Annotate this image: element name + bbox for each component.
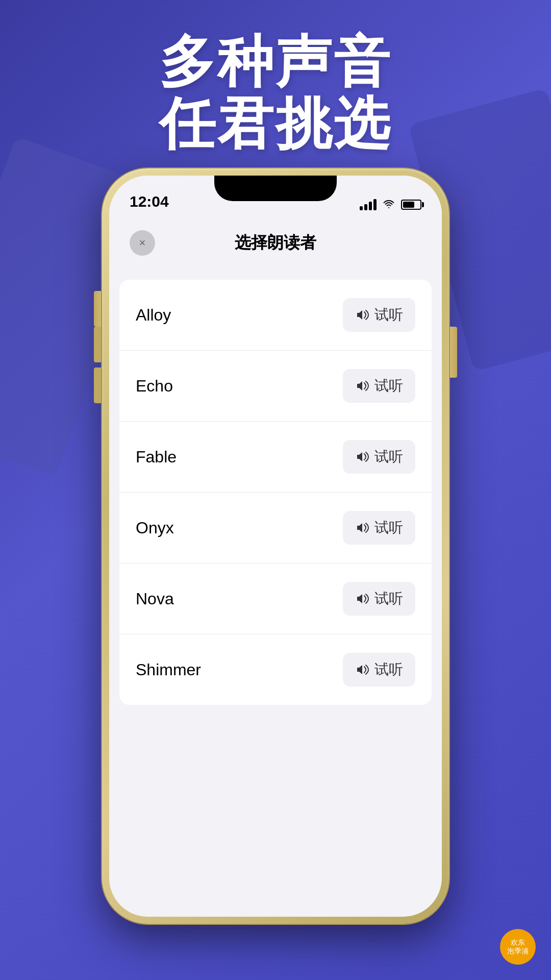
listen-button-onyx[interactable]: 试听 bbox=[343, 511, 415, 545]
voice-list: Alloy 试听 Echo 试听 Fable bbox=[119, 280, 432, 705]
title-section: 多种声音 任君挑选 bbox=[0, 31, 551, 154]
voice-name: Echo bbox=[136, 377, 173, 396]
modal-header: × 选择朗读者 bbox=[109, 216, 442, 264]
title-line2: 任君挑选 bbox=[0, 92, 551, 154]
voice-name: Fable bbox=[136, 448, 177, 467]
status-icons bbox=[360, 199, 421, 210]
speaker-icon bbox=[355, 522, 369, 534]
voice-name: Nova bbox=[136, 590, 174, 608]
speaker-icon bbox=[355, 380, 369, 392]
modal-title: 选择朗读者 bbox=[235, 232, 316, 254]
speaker-icon bbox=[355, 309, 369, 321]
close-button[interactable]: × bbox=[130, 230, 155, 256]
voice-item: Alloy 试听 bbox=[119, 280, 432, 351]
speaker-icon bbox=[355, 451, 369, 463]
voice-name: Shimmer bbox=[136, 660, 201, 679]
voice-item: Echo 试听 bbox=[119, 351, 432, 422]
listen-button-nova[interactable]: 试听 bbox=[343, 582, 415, 616]
listen-button-shimmer[interactable]: 试听 bbox=[343, 653, 415, 687]
listen-label: 试听 bbox=[374, 447, 403, 467]
voice-item: Onyx 试听 bbox=[119, 493, 432, 564]
battery-fill bbox=[403, 202, 414, 208]
watermark: 欢东泡季浦 bbox=[500, 929, 536, 965]
voice-name: Onyx bbox=[136, 519, 174, 537]
phone-outer-frame: 12:04 bbox=[102, 168, 449, 924]
voice-item: Shimmer 试听 bbox=[119, 634, 432, 705]
voice-name: Alloy bbox=[136, 306, 171, 325]
title-line1: 多种声音 bbox=[0, 31, 551, 92]
close-icon: × bbox=[139, 236, 146, 250]
listen-label: 试听 bbox=[374, 376, 403, 396]
speaker-icon bbox=[355, 664, 369, 676]
phone-mockup: 12:04 bbox=[102, 168, 449, 924]
phone-screen: 12:04 bbox=[109, 176, 442, 917]
listen-button-alloy[interactable]: 试听 bbox=[343, 298, 415, 332]
speaker-icon bbox=[355, 593, 369, 605]
listen-label: 试听 bbox=[374, 518, 403, 537]
listen-button-echo[interactable]: 试听 bbox=[343, 369, 415, 403]
voice-item: Fable 试听 bbox=[119, 422, 432, 493]
signal-icon bbox=[360, 199, 377, 210]
watermark-text: 欢东泡季浦 bbox=[507, 938, 529, 955]
wifi-icon bbox=[383, 200, 395, 209]
listen-label: 试听 bbox=[374, 660, 403, 679]
battery-icon bbox=[401, 200, 421, 210]
listen-button-fable[interactable]: 试听 bbox=[343, 440, 415, 474]
voice-item: Nova 试听 bbox=[119, 564, 432, 634]
phone-notch bbox=[214, 176, 337, 201]
listen-label: 试听 bbox=[374, 589, 403, 608]
listen-label: 试听 bbox=[374, 305, 403, 325]
